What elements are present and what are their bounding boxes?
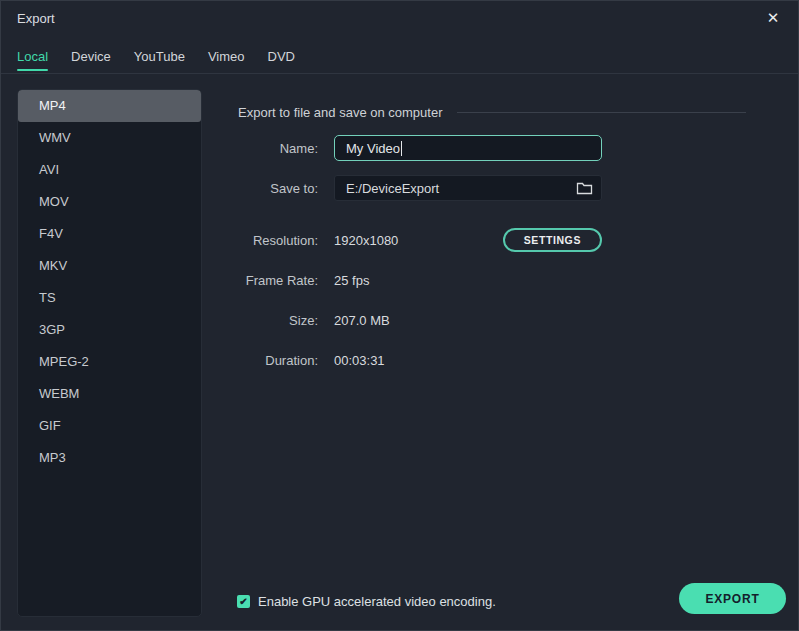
name-input[interactable]: My Video bbox=[334, 135, 602, 161]
settings-button[interactable]: SETTINGS bbox=[503, 228, 602, 252]
save-to-row: Save to: E:/DeviceExport bbox=[238, 175, 746, 201]
format-item-mp3[interactable]: MP3 bbox=[18, 442, 201, 474]
resolution-value: 1920x1080 bbox=[334, 233, 398, 248]
name-label: Name: bbox=[238, 141, 334, 156]
save-to-value: E:/DeviceExport bbox=[346, 181, 576, 196]
size-label: Size: bbox=[238, 313, 334, 328]
close-icon[interactable]: ✕ bbox=[762, 7, 784, 29]
section-divider bbox=[457, 112, 746, 113]
resolution-label: Resolution: bbox=[238, 233, 334, 248]
size-row: Size: 207.0 MB bbox=[238, 307, 746, 333]
format-item-avi[interactable]: AVI bbox=[18, 154, 201, 186]
export-settings-panel: Export to file and save on computer Name… bbox=[238, 89, 746, 387]
tab-bar: Local Device YouTube Vimeo DVD bbox=[1, 37, 798, 74]
format-item-3gp[interactable]: 3GP bbox=[18, 314, 201, 346]
format-item-mkv[interactable]: MKV bbox=[18, 250, 201, 282]
duration-value: 00:03:31 bbox=[334, 353, 385, 368]
format-item-wmv[interactable]: WMV bbox=[18, 122, 201, 154]
export-form: Name: My Video Save to: E:/DeviceExport bbox=[238, 135, 746, 373]
format-item-mp4[interactable]: MP4 bbox=[18, 90, 201, 122]
format-item-ts[interactable]: TS bbox=[18, 282, 201, 314]
tab-dvd[interactable]: DVD bbox=[268, 49, 295, 64]
name-row: Name: My Video bbox=[238, 135, 746, 161]
format-item-mov[interactable]: MOV bbox=[18, 186, 201, 218]
export-button[interactable]: EXPORT bbox=[679, 583, 786, 614]
format-list: MP4 WMV AVI MOV F4V MKV TS 3GP MPEG-2 WE… bbox=[17, 89, 202, 617]
format-item-gif[interactable]: GIF bbox=[18, 410, 201, 442]
gpu-encoding-row: ✔ Enable GPU accelerated video encoding. bbox=[237, 594, 496, 609]
tab-device[interactable]: Device bbox=[71, 49, 111, 64]
tab-local[interactable]: Local bbox=[17, 49, 48, 64]
gpu-checkbox[interactable]: ✔ bbox=[237, 595, 250, 608]
titlebar: Export ✕ bbox=[1, 1, 798, 37]
save-to-label: Save to: bbox=[238, 181, 334, 196]
folder-icon[interactable] bbox=[576, 181, 593, 195]
export-dialog: Export ✕ Local Device YouTube Vimeo DVD … bbox=[0, 0, 799, 631]
tab-youtube[interactable]: YouTube bbox=[134, 49, 185, 64]
text-caret bbox=[401, 141, 402, 156]
frame-rate-label: Frame Rate: bbox=[238, 273, 334, 288]
format-item-webm[interactable]: WEBM bbox=[18, 378, 201, 410]
format-item-mpeg2[interactable]: MPEG-2 bbox=[18, 346, 201, 378]
format-item-f4v[interactable]: F4V bbox=[18, 218, 201, 250]
window-title: Export bbox=[17, 11, 55, 26]
duration-label: Duration: bbox=[238, 353, 334, 368]
duration-row: Duration: 00:03:31 bbox=[238, 347, 746, 373]
section-header: Export to file and save on computer bbox=[238, 89, 746, 120]
name-input-value: My Video bbox=[346, 141, 400, 156]
size-value: 207.0 MB bbox=[334, 313, 390, 328]
frame-rate-value: 25 fps bbox=[334, 273, 369, 288]
gpu-checkbox-label: Enable GPU accelerated video encoding. bbox=[258, 594, 496, 609]
section-title: Export to file and save on computer bbox=[238, 105, 443, 120]
frame-rate-row: Frame Rate: 25 fps bbox=[238, 267, 746, 293]
tab-vimeo[interactable]: Vimeo bbox=[208, 49, 245, 64]
resolution-row: Resolution: 1920x1080 SETTINGS bbox=[238, 227, 746, 253]
save-to-field[interactable]: E:/DeviceExport bbox=[334, 175, 602, 201]
